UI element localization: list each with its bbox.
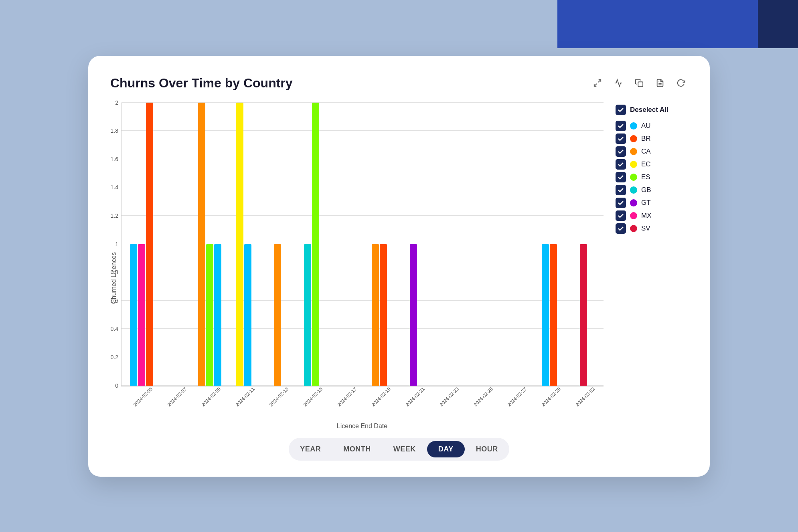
y-tick-label: 1.2	[111, 212, 118, 219]
y-tick-label: 2	[115, 99, 118, 106]
legend-item-gb[interactable]: GB	[616, 185, 688, 195]
bar-mx	[138, 244, 145, 386]
svg-rect-2	[638, 82, 643, 87]
bar-es	[312, 103, 319, 386]
legend-item-es[interactable]: ES	[616, 172, 688, 182]
bar-group	[329, 103, 362, 386]
legend-dot-gt	[630, 199, 637, 206]
y-axis-label: Churned Licences	[110, 103, 117, 430]
bar-es	[206, 244, 213, 386]
legend-item-ca[interactable]: CA	[616, 146, 688, 157]
y-tick-label: 0.2	[111, 354, 118, 360]
bar-ca	[274, 244, 281, 386]
legend-dot-ec	[630, 161, 637, 168]
legend-label-au: AU	[641, 122, 651, 130]
time-btn-month[interactable]: MONTH	[332, 441, 382, 457]
legend-item-au[interactable]: AU	[616, 121, 688, 131]
top-bar-dark	[758, 0, 798, 48]
bar-group	[533, 103, 566, 386]
bar-br	[550, 244, 557, 386]
y-tick-label: 1.6	[111, 156, 118, 162]
time-btn-day[interactable]: DAY	[427, 441, 465, 457]
bar-group	[397, 103, 430, 386]
legend-checkbox-ca[interactable]	[616, 146, 626, 157]
time-btn-hour[interactable]: HOUR	[465, 441, 509, 457]
bar-group	[499, 103, 532, 386]
legend: Deselect All AUBRCAECESGBGTMXSV	[616, 103, 688, 430]
legend-label-gt: GT	[641, 199, 651, 207]
y-tick-label: 0.4	[111, 326, 118, 332]
chart-type-icon[interactable]	[612, 76, 625, 90]
x-tick-label: 2024-02-25	[470, 383, 496, 410]
deselect-label: Deselect All	[630, 106, 668, 114]
legend-item-sv[interactable]: SV	[616, 223, 688, 234]
x-tick-label: 2024-02-15	[300, 383, 326, 410]
deselect-checkbox[interactable]	[616, 105, 626, 115]
x-tick-label: 2024-02-17	[334, 383, 361, 410]
x-tick-label: 2024-02-19	[368, 383, 395, 410]
legend-dot-gb	[630, 186, 637, 194]
bars-container	[122, 103, 604, 386]
legend-items: AUBRCAECESGBGTMXSV	[616, 121, 688, 234]
chart-inner: 00.20.40.60.811.21.41.61.82 2024-02-0520…	[121, 103, 604, 430]
bar-group	[363, 103, 396, 386]
bar-group	[431, 103, 464, 386]
x-tick-label: 2024-02-23	[436, 383, 463, 410]
x-tick-label: 2024-02-13	[265, 383, 292, 410]
legend-checkbox-gb[interactable]	[616, 185, 626, 195]
copy-icon[interactable]	[632, 76, 646, 90]
legend-checkbox-mx[interactable]	[616, 210, 626, 221]
bar-gt	[410, 244, 417, 386]
legend-checkbox-sv[interactable]	[616, 223, 626, 234]
x-tick-label: 2024-03-02	[572, 383, 599, 410]
bar-br	[380, 244, 387, 386]
time-btn-year[interactable]: YEAR	[289, 441, 332, 457]
legend-label-gb: GB	[641, 186, 651, 194]
chart-wrapper: Churned Licences 00.20.40.60.811.21.41.6…	[110, 103, 604, 430]
legend-checkbox-ec[interactable]	[616, 159, 626, 170]
legend-item-ec[interactable]: EC	[616, 159, 688, 170]
bar-gb	[304, 244, 311, 386]
bar-br	[146, 103, 153, 386]
y-tick-label: 1.4	[111, 184, 118, 190]
legend-label-sv: SV	[641, 225, 650, 233]
legend-deselect-all[interactable]: Deselect All	[616, 105, 688, 115]
x-tick-label: 2024-02-07	[164, 383, 190, 410]
legend-dot-au	[630, 122, 637, 129]
chart-title: Churns Over Time by Country	[110, 76, 293, 91]
legend-label-ca: CA	[641, 148, 651, 156]
x-tick-label: 2024-02-29	[538, 383, 565, 410]
legend-label-ec: EC	[641, 160, 651, 168]
x-tick-label: 2024-02-21	[402, 383, 429, 410]
legend-item-br[interactable]: BR	[616, 134, 688, 144]
svg-line-0	[598, 80, 601, 82]
top-bar-blue	[557, 0, 758, 48]
legend-label-br: BR	[641, 135, 651, 143]
x-tick-label: 2024-02-05	[130, 383, 156, 410]
outer-frame: Churns Over Time by Country	[0, 0, 798, 532]
bar-au	[214, 244, 221, 386]
expand-icon[interactable]	[591, 76, 604, 90]
bar-sv	[580, 244, 587, 386]
legend-dot-es	[630, 174, 637, 181]
x-tick-label: 2024-02-09	[198, 383, 225, 410]
legend-dot-sv	[630, 225, 637, 232]
legend-checkbox-gt[interactable]	[616, 198, 626, 208]
legend-checkbox-au[interactable]	[616, 121, 626, 131]
refresh-icon[interactable]	[674, 76, 688, 90]
bar-group	[227, 103, 260, 386]
legend-checkbox-br[interactable]	[616, 134, 626, 144]
time-btn-week[interactable]: WEEK	[382, 441, 427, 457]
chart-card: Churns Over Time by Country	[88, 56, 710, 477]
save-icon[interactable]	[653, 76, 667, 90]
legend-checkbox-es[interactable]	[616, 172, 626, 182]
x-tick-label: 2024-02-27	[504, 383, 531, 410]
bar-group	[160, 103, 192, 386]
legend-label-mx: MX	[641, 212, 652, 220]
x-tick-label: 2024-02-11	[231, 383, 258, 410]
bar-au	[244, 244, 251, 386]
bar-au	[130, 244, 137, 386]
card-header: Churns Over Time by Country	[110, 76, 688, 91]
legend-item-gt[interactable]: GT	[616, 198, 688, 208]
legend-item-mx[interactable]: MX	[616, 210, 688, 221]
